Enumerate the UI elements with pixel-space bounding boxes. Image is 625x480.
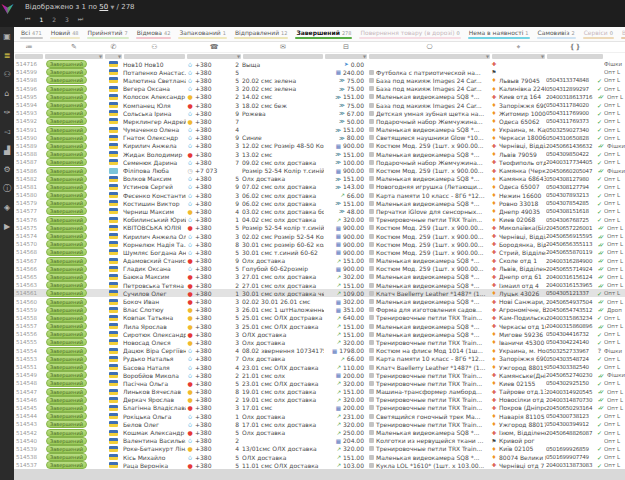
filter-input-country[interactable]: ▼ [105,54,122,59]
order-row-514599[interactable]: 514599ЗавершенийПотапенко Анастас...✩+38… [14,68,625,76]
tab-повернення-товару-(в-дорозі)[interactable]: Повернення товару (в дорозі)0 [359,27,460,39]
orders-icon[interactable]: ≣ [0,46,14,65]
order-row-514582[interactable]: 514582ЗавершенийВолков Максим✩+3805Олх д… [14,175,625,183]
filter-input-comment[interactable] [243,54,323,59]
comment-icon[interactable]: ✉ [242,42,324,52]
status-icon[interactable]: ✎ [44,42,104,52]
order-row-514544[interactable]: 514544ЗавершенийРокіцька Ольга✩+3801Олх … [14,412,625,420]
order-row-514540[interactable]: 514540ЗавершенийВалентина Василье...✩+38… [14,437,625,445]
order-row-514587[interactable]: 514587ЗавершенийСеменюк Дарина✩+380709.0… [14,158,625,166]
order-row-514538[interactable]: 514538ЗавершенийКісь Михайло✩+3805ОЛХ до… [14,453,625,461]
product-icon[interactable]: ⎔ [368,42,491,52]
order-row-514553[interactable]: 514553ЗавершенийРудько Наталья✩+3807Олх … [14,355,625,363]
filter-input-payment[interactable]: ▼ [325,54,367,59]
video-icon[interactable]: ▶ [0,217,14,236]
order-row-514565[interactable]: 514565ЗавершенийБаюка Максим●+380327.01 … [14,273,625,281]
settings-icon[interactable]: ⚙ [0,160,14,179]
marketing-icon[interactable]: ◅ [0,122,14,141]
country-icon[interactable]: ✆ [104,42,123,52]
order-row-514557[interactable]: 514557ЗавершенийЛила Ярослав●+380325.01 … [14,322,625,330]
reports-icon[interactable]: ▟ [0,141,14,160]
dashboard-icon[interactable]: ▣ [0,27,14,46]
tab-відправлений[interactable]: Відправлений12 [234,27,289,39]
order-row-514581[interactable]: 514581ЗавершенийУстинов Сергей✩+380907.0… [14,183,625,191]
column-tag[interactable] [604,42,625,52]
order-row-514570[interactable]: 514570ЗавершенийКорнелюк Надія Та...✩+38… [14,240,625,248]
order-row-514580[interactable]: 514580ЗавершенийФесенко Константин✩+3803… [14,191,625,199]
order-row-514586[interactable]: 514586ЗавершенийФіліпова Люба◷+7 073Розм… [14,166,625,174]
order-row-514551[interactable]: 514551ЗавершенийБасова Наталя✩+380423.01… [14,363,625,371]
order-row-514593[interactable]: 514593ЗавершенийСольська Ірина✩+3809Роже… [14,109,625,117]
order-row-514577[interactable]: 514577ЗавершенийЧерниш Максим●+380403.02… [14,207,625,215]
tasks-icon[interactable]: ✑ [0,103,14,122]
tab-відмова[interactable]: Відмова42 [136,27,172,39]
tab-всі[interactable]: Всі471 [20,27,43,39]
filter-input-phone[interactable]: ▼ [187,54,241,59]
tab-запакований[interactable]: Запакований1 [178,27,227,39]
order-row-514566[interactable]: 514566ЗавершенийГладик Оксана✩+3805Голуб… [14,265,625,273]
order-row-514561[interactable]: 514561ЗавершенийСучилов Олег●+380130.01 … [14,289,625,297]
tab-в-дорозі-додому[interactable]: В дорозі додому [621,27,625,39]
info-icon[interactable]: ⓘ [0,179,14,198]
order-row-514555[interactable]: 514555ЗавершенийНовосад Олеся●+3803Олх д… [14,338,625,346]
filter-input-address[interactable]: ▼ [492,54,545,59]
order-row-514716[interactable]: 514716ЗавершенийНов10 Нов10✩+3802Выща➤0.… [14,60,625,68]
page-button-2[interactable]: 2 [52,16,56,23]
order-row-514591[interactable]: 514591ЗавершенийЧумаченко Олена✩+3804≫15… [14,126,625,134]
order-row-514537[interactable]: 514537ЗавершенийРаца Вероніка●+380511.01… [14,461,625,469]
page-button-3[interactable]: 3 [65,16,69,23]
order-row-514590[interactable]: 514590ЗавершенийГнаток Олексндр✩+3809Син… [14,134,625,142]
order-row-514548[interactable]: 514548ЗавершенийПасічна Ольга●+380523.01… [14,379,625,387]
page-button-1[interactable]: 1 [39,16,43,23]
tab-сервіси[interactable]: Сервіси0 [583,27,614,39]
order-row-514559[interactable]: 514559ЗавершенийВлас Слотюу●+380326.01 с… [14,306,625,314]
order-row-514554[interactable]: 514554ЗавершенийДацюк Віра Сергіївна✩+38… [14,347,625,355]
last-page-button[interactable]: ⏭ [78,15,83,23]
location-pin-icon[interactable]: ⌖ [491,42,546,52]
phone-icon[interactable]: ☎ [186,42,242,52]
warehouse-icon[interactable]: ⌂ [0,84,14,103]
order-row-514579[interactable]: 514579ЗавершенийКостишин Виктор✩+380906.… [14,199,625,207]
tab-самовивіз[interactable]: Самовивіз2 [537,27,576,39]
support-icon[interactable]: ◈ [0,198,14,217]
order-row-514558[interactable]: 514558ЗавершенийКовпак Татьяна●+380525.0… [14,314,625,322]
app-logo-icon[interactable] [1,3,14,15]
order-row-514575[interactable]: 514575ЗавершенийКВІТОВСЬКА ЮЛІЯ●+3805Роз… [14,224,625,232]
filter-input-status[interactable]: ▼ [45,54,103,59]
order-row-514592[interactable]: 514592ЗавершенийМерклингер Андрей●+3807≫… [14,117,625,125]
order-row-514589[interactable]: 514589ЗавершенийКирилич Анжела✩+380312.0… [14,142,625,150]
tab-завершений[interactable]: Завершений278 [295,27,352,39]
order-row-514594[interactable]: 514594ЗавершенийКомпанец Юля●+380318.02 … [14,101,625,109]
money-icon[interactable]: ⊟ [324,42,368,52]
filter-input-product[interactable]: ▼ [369,54,490,59]
order-row-514576[interactable]: 514576ЗавершенийКобилинський Юрий✩+38010… [14,216,625,224]
client-icon[interactable]: ⚇ [123,42,186,52]
order-row-514563[interactable]: 514563ЗавершенийПетровська Тетяна●+38022… [14,281,625,289]
order-row-514598[interactable]: 514598ЗавершенийМалютина Светлана✩+38052… [14,76,625,84]
order-row-514560[interactable]: 514560ЗавершенийБокоч Иван●+380302.02 30… [14,297,625,305]
order-row-514549[interactable]: 514549ЗавершенийВоробйов Микола✩+380221.… [14,371,625,379]
order-row-514543[interactable]: 514543ЗавершенийБелов Олег✩+380817.01 см… [14,420,625,428]
order-row-514567[interactable]: 514567ЗавершенийАдамовский Станис...●+38… [14,257,625,265]
per-page-select[interactable]: 50 [99,3,108,11]
tab-нема-в-наявності[interactable]: Нема в наявності1 [468,27,530,39]
order-row-514568[interactable]: 514568ЗавершенийШумляс Богдана Ан...✩+38… [14,248,625,256]
order-row-514542[interactable]: 514542ЗавершенийКошмак Александр●+3805Ол… [14,428,625,436]
order-row-514595[interactable]: 514595ЗавершенийКолосок Александр●+38021… [14,93,625,101]
tab-новий[interactable]: Новий48 [50,27,80,39]
filter-input-client[interactable] [124,54,185,59]
order-row-514588[interactable]: 514588ЗавершенийЖидак Володимир●+380313.… [14,150,625,158]
filter-input-tracking[interactable] [547,54,603,59]
order-row-514546[interactable]: 514546ЗавершенийДеркач Ярослав●+380219.0… [14,396,625,404]
order-row-514545[interactable]: 514545ЗавершенийБлагінна Владіслава●+380… [14,404,625,412]
first-page-button[interactable]: ⏮ [25,15,30,23]
order-row-514539[interactable]: 514539ЗавершенийРоке-Бетанкурт Лін...●+3… [14,445,625,453]
order-row-514556[interactable]: 514556ЗавершенийСиротюк Олександр●+3803О… [14,330,625,338]
order-row-514596[interactable]: 514596ЗавершенийВегера Оксана✩+380320.02… [14,85,625,93]
tracking-icon[interactable]: ❴❵ [546,42,604,52]
order-row-514574[interactable]: 514574ЗавершенийКирилич Анжела Ол...✩+38… [14,232,625,240]
list-icon[interactable]: ≔ [14,42,44,52]
order-row-514547[interactable]: 514547ЗавершенийЛиньков Вячеслав●+380819… [14,388,625,396]
tab-прийнятий[interactable]: Прийнятий7 [87,27,129,39]
clients-icon[interactable]: ⚇ [0,65,14,84]
